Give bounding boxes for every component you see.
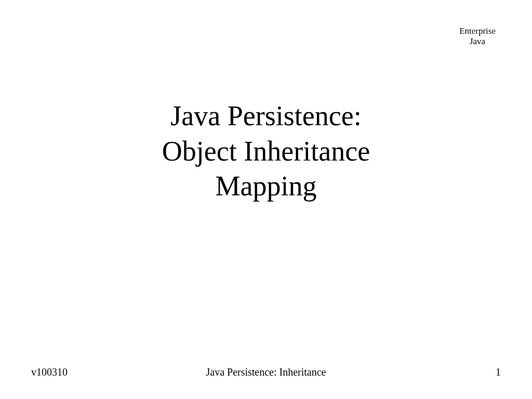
title-line-3: Mapping (0, 169, 532, 204)
title-line-2: Object Inheritance (0, 134, 532, 169)
slide-footer: v100310 Java Persistence: Inheritance 1 (0, 366, 532, 378)
header-line-2: Java (459, 36, 496, 47)
slide-title: Java Persistence: Object Inheritance Map… (0, 99, 532, 204)
title-line-1: Java Persistence: (0, 99, 532, 134)
header-label: Enterprise Java (459, 26, 496, 47)
footer-version: v100310 (31, 366, 188, 378)
header-line-1: Enterprise (459, 26, 496, 36)
footer-page-number: 1 (344, 366, 501, 378)
footer-title: Java Persistence: Inheritance (188, 366, 344, 378)
